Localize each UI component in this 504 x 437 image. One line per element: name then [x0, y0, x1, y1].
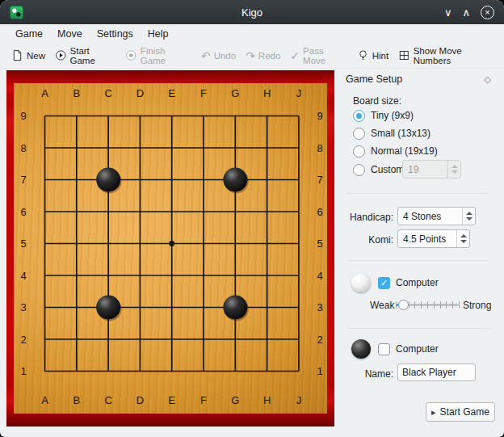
weak-label: Weak	[370, 300, 394, 311]
menu-game[interactable]: Game	[8, 27, 50, 41]
svg-text:A: A	[41, 87, 48, 99]
white-computer-checkbox[interactable]: Computer	[378, 276, 439, 289]
go-board[interactable]: AABBCCDDEEFFGGHHJJ998877665544332211	[14, 83, 327, 414]
svg-text:6: 6	[20, 206, 26, 218]
svg-text:9: 9	[317, 110, 322, 122]
checkbox-indicator	[378, 343, 390, 355]
svg-text:7: 7	[317, 174, 322, 186]
new-button[interactable]: New	[6, 46, 50, 65]
svg-text:B: B	[73, 87, 80, 99]
move-numbers-icon	[398, 49, 410, 61]
finish-game-icon	[125, 49, 137, 61]
strength-slider[interactable]	[396, 298, 459, 311]
svg-text:F: F	[200, 87, 207, 99]
finish-game-button: Finish Game	[120, 43, 196, 69]
spin-down-icon	[452, 170, 458, 174]
svg-text:8: 8	[20, 142, 26, 154]
svg-text:J: J	[296, 87, 302, 99]
svg-text:J: J	[296, 394, 302, 406]
svg-text:C: C	[104, 87, 111, 99]
menu-help[interactable]: Help	[141, 27, 176, 41]
board-frame: AABBCCDDEEFFGGHHJJ998877665544332211	[6, 70, 334, 426]
checkbox-indicator	[378, 277, 390, 289]
radio-normal[interactable]: Normal (19x19)	[353, 145, 438, 158]
toolbar: New Start Game Finish Game ↶ Undo ↷ Redo…	[0, 43, 504, 69]
svg-text:E: E	[168, 87, 175, 99]
svg-text:A: A	[41, 394, 48, 406]
svg-text:4: 4	[317, 270, 322, 282]
maximize-button[interactable]: ∧	[462, 7, 470, 18]
svg-text:4: 4	[20, 270, 26, 282]
menu-move[interactable]: Move	[50, 27, 90, 41]
svg-text:1: 1	[317, 365, 322, 377]
hint-bulb-icon	[357, 49, 369, 61]
game-setup-panel: Game Setup ◇ Board size: Tiny (9x9) Smal…	[339, 69, 499, 437]
svg-text:G: G	[231, 394, 239, 406]
svg-text:3: 3	[20, 301, 26, 313]
spin-arrows[interactable]	[456, 230, 469, 247]
new-document-icon	[11, 49, 23, 61]
pass-move-button: ✓ Pass Move	[285, 43, 351, 69]
separator	[347, 260, 489, 261]
menu-settings[interactable]: Settings	[90, 27, 141, 41]
spin-arrows[interactable]	[462, 208, 475, 225]
name-label: Name:	[339, 368, 393, 380]
svg-text:9: 9	[20, 110, 26, 122]
svg-text:G: G	[231, 87, 239, 99]
svg-text:3: 3	[317, 301, 322, 313]
hint-button[interactable]: Hint	[352, 46, 393, 65]
handicap-spinbox[interactable]: 4 Stones	[397, 207, 476, 225]
titlebar: Kigo ∨ ∧ ×	[0, 0, 504, 24]
start-game-button[interactable]: ▸ Start Game	[426, 402, 495, 422]
radio-indicator	[353, 145, 365, 158]
start-game-toolbar-button[interactable]: Start Game	[50, 43, 120, 69]
svg-text:5: 5	[317, 237, 322, 250]
black-player-name-input[interactable]	[397, 363, 476, 381]
radio-indicator	[353, 110, 365, 122]
radio-custom[interactable]: Custom:	[353, 163, 407, 176]
spin-down-icon	[466, 217, 472, 221]
svg-text:2: 2	[317, 334, 322, 346]
svg-text:C: C	[104, 394, 111, 406]
minimize-button[interactable]: ∨	[444, 7, 452, 18]
separator	[347, 328, 489, 329]
komi-spinbox[interactable]: 4.5 Points	[397, 229, 470, 248]
dock-header: Game Setup ◇	[346, 74, 491, 85]
custom-size-spinbox[interactable]: 19	[402, 160, 461, 179]
radio-indicator	[353, 164, 365, 176]
svg-text:E: E	[168, 394, 175, 406]
dock-title: Game Setup	[346, 74, 402, 85]
board-size-label: Board size:	[353, 95, 401, 107]
redo-button: ↷ Redo	[241, 47, 285, 65]
handicap-label: Handicap:	[339, 212, 393, 223]
show-move-numbers-button[interactable]: Show Move Numbers	[393, 43, 504, 69]
separator	[347, 193, 489, 194]
svg-text:1: 1	[20, 365, 26, 377]
strong-label: Strong	[463, 300, 491, 311]
slider-handle[interactable]	[398, 300, 409, 310]
redo-icon: ↷	[246, 50, 255, 61]
svg-text:7: 7	[20, 174, 26, 186]
spin-up-icon	[460, 234, 467, 237]
svg-text:F: F	[200, 394, 207, 406]
dock-float-icon[interactable]: ◇	[485, 74, 491, 85]
spin-down-icon	[460, 240, 467, 243]
svg-text:D: D	[136, 394, 144, 406]
white-stone-icon	[351, 273, 371, 292]
radio-small[interactable]: Small (13x13)	[353, 127, 430, 140]
svg-text:2: 2	[20, 334, 26, 346]
svg-text:H: H	[263, 87, 271, 99]
start-game-icon	[55, 49, 67, 61]
window-title: Kigo	[0, 6, 504, 19]
menubar: Game Move Settings Help	[0, 24, 504, 43]
undo-icon: ↶	[201, 50, 211, 61]
black-stone-icon	[351, 339, 371, 359]
radio-tiny[interactable]: Tiny (9x9)	[353, 109, 414, 122]
main-content: AABBCCDDEEFFGGHHJJ998877665544332211 Gam…	[0, 69, 504, 437]
svg-text:5: 5	[20, 237, 26, 250]
spin-arrows[interactable]	[447, 161, 460, 178]
close-button[interactable]: ×	[481, 6, 494, 19]
black-computer-checkbox[interactable]: Computer	[378, 342, 439, 355]
spin-up-icon	[452, 165, 458, 168]
svg-text:8: 8	[317, 142, 322, 154]
